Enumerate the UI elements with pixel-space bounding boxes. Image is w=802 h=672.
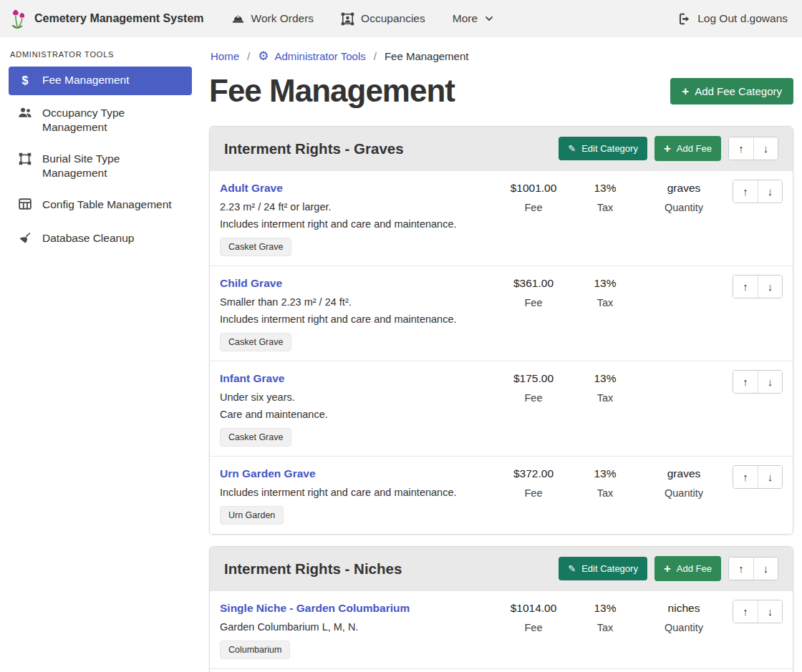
quantity-value: niches [641,602,727,615]
add-fee-label: Add Fee [677,563,712,574]
add-fee-button[interactable]: + Add Fee [654,136,721,161]
person-frame-icon [341,12,354,26]
quantity-cell-empty [641,275,727,351]
category-move-down-button[interactable]: ↓ [753,557,778,580]
quantity-cell: graves Quantity [641,180,727,256]
fee-name-link[interactable]: Adult Grave [220,182,283,195]
edit-category-button[interactable]: ✎ Edit Category [559,557,647,580]
edit-category-button[interactable]: ✎ Edit Category [559,137,647,160]
category-move-down-button[interactable]: ↓ [753,137,778,160]
quantity-value: graves [641,182,727,195]
tax-label: Tax [569,622,641,633]
sidebar-item-label: Burial Site Type Management [42,152,183,180]
tax-label: Tax [569,202,641,213]
quantity-value: graves [641,467,727,480]
fee-label: Fee [498,392,569,404]
nav-occupancies[interactable]: Occupancies [341,12,425,26]
fee-description: Garden Columbarium L, M, N. [220,621,492,633]
tulip-logo-icon [10,8,28,29]
quantity-cell: graves Quantity [641,465,727,525]
fee-name-link[interactable]: Urn Garden Grave [220,467,316,480]
sidebar-item-label: Database Cleanup [42,231,134,245]
fee-move-down-button[interactable]: ↓ [758,180,782,203]
sidebar-item-config-table-management[interactable]: Config Table Management [9,191,192,220]
page-title: Fee Management [209,74,455,108]
quantity-label: Quantity [641,622,727,633]
fee-amount: $1014.00 [498,602,569,615]
fee-name-link[interactable]: Child Grave [220,277,282,290]
fee-description: Includes interment right and care and ma… [220,313,492,325]
plus-icon: + [682,85,689,97]
sidebar-item-fee-management[interactable]: $ Fee Management [9,67,192,95]
tax-value: 13% [569,182,641,195]
fee-amount-cell: $361.00 Fee [498,275,569,351]
breadcrumb-admin-tools-label: Administrator Tools [274,50,365,62]
fee-move-up-button[interactable]: ↑ [733,600,758,623]
fee-description: Includes interment right and care and ma… [220,218,492,230]
quantity-cell: niches Quantity [641,600,727,659]
fee-row-child-grave: Child Grave Smaller than 2.23 m² / 24 ft… [210,266,793,361]
fee-name-link[interactable]: Infant Grave [220,372,284,385]
people-icon [17,106,33,122]
chevron-down-icon [484,14,494,24]
add-fee-button[interactable]: + Add Fee [654,556,721,581]
plus-icon: + [664,142,671,155]
breadcrumb-admin-tools-link[interactable]: ⚙ Administrator Tools [258,50,366,62]
fee-amount-cell: $1014.00 Fee [498,600,569,659]
sidebar-item-label: Config Table Management [42,198,172,212]
fee-type-badge: Casket Grave [220,428,291,447]
fee-amount-cell: $1001.00 Fee [498,180,569,256]
add-fee-category-button[interactable]: + Add Fee Category [670,78,793,104]
sidebar-item-burial-site-type-management[interactable]: Burial Site Type Management [9,145,192,187]
fee-move-down-button[interactable]: ↓ [758,371,782,393]
sidebar-item-label: Fee Management [42,73,130,87]
fee-move-up-button[interactable]: ↑ [733,371,758,393]
category-reorder-group: ↑ ↓ [728,557,778,580]
fee-name-link[interactable]: Single Niche - Garden Columbarium [220,602,410,615]
edit-category-label: Edit Category [581,143,638,154]
fee-label: Fee [498,622,569,633]
category-title: Interment Rights - Graves [224,140,404,157]
fee-move-up-button[interactable]: ↑ [733,276,758,298]
sidebar-item-occupancy-type-management[interactable]: Occupancy Type Management [9,99,192,141]
category-move-up-button[interactable]: ↑ [729,557,753,580]
breadcrumb-separator: / [374,50,377,62]
quantity-label: Quantity [641,487,727,499]
fee-label: Fee [498,487,569,499]
brand-home-link[interactable]: Cemetery Management System [10,8,204,29]
fee-type-badge: Casket Grave [220,333,291,351]
tax-cell: 13% Tax [569,600,641,659]
sidebar-heading: ADMINISTRATOR TOOLS [0,44,200,65]
nav-more-label: More [453,12,478,25]
plus-icon: + [664,563,671,575]
nav-work-orders[interactable]: Work Orders [231,12,314,26]
fee-category-card-graves: Interment Rights - Graves ✎ Edit Categor… [209,126,793,535]
fee-amount: $361.00 [498,277,569,290]
quantity-cell-empty [641,370,727,447]
table-icon [17,198,33,213]
sidebar-item-database-cleanup[interactable]: Database Cleanup [9,225,192,255]
fee-move-down-button[interactable]: ↓ [758,466,782,488]
fee-label: Fee [498,297,569,308]
fee-description: Smaller than 2.23 m² / 24 ft². [220,296,492,308]
fee-move-down-button[interactable]: ↓ [758,276,782,298]
fee-amount: $175.00 [498,372,569,385]
broom-icon [17,231,33,248]
main-nav: Work Orders Occupancies More [204,12,495,26]
fee-type-badge: Urn Garden [220,506,284,525]
fee-type-badge: Columbarium [220,641,290,659]
logout-link[interactable]: Log Out d.gowans [677,12,788,26]
fee-move-down-button[interactable]: ↓ [758,600,782,623]
fee-move-up-button[interactable]: ↑ [733,466,758,488]
nav-more[interactable]: More [453,12,494,25]
breadcrumb-home-link[interactable]: Home [211,50,239,62]
tax-cell: 13% Tax [569,275,641,351]
tax-cell: 13% Tax [569,180,641,256]
breadcrumb-current: Fee Management [385,50,469,62]
tax-value: 13% [569,467,641,480]
tax-value: 13% [569,372,641,385]
add-fee-category-label: Add Fee Category [695,85,782,97]
fee-move-up-button[interactable]: ↑ [733,180,758,203]
edit-category-label: Edit Category [581,563,638,574]
category-move-up-button[interactable]: ↑ [729,137,753,160]
